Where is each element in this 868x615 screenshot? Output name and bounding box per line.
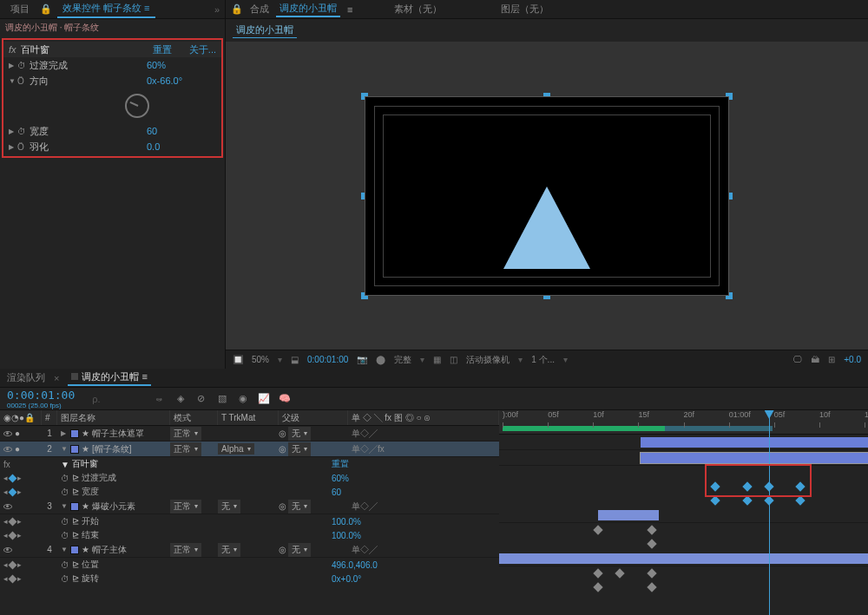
twirl-icon[interactable]: ▶ <box>9 128 17 135</box>
prop-value[interactable]: 0.0 <box>147 141 216 152</box>
timecode-display[interactable]: 0:00:01:00 <box>307 355 348 364</box>
keyframe-icon[interactable] <box>594 582 603 592</box>
fx-badge-icon[interactable]: fx <box>3 460 10 469</box>
time-ruler[interactable]: ):00f05f10f15f20f01:00f05f10f15f <box>499 410 868 435</box>
keyframe-icon[interactable] <box>711 495 720 505</box>
stopwatch-icon[interactable]: ⏱ <box>61 487 69 497</box>
comp-chip[interactable]: 调皮的小丑帽 <box>233 23 297 38</box>
canvas-bounds[interactable] <box>365 96 729 296</box>
effect-controls-tab[interactable]: 效果控件 帽子条纹 ≡ <box>57 0 155 18</box>
solo-icon[interactable]: ● <box>15 444 20 454</box>
stopwatch-icon[interactable]: ⏱ <box>17 61 30 70</box>
timeline-graph[interactable]: ):00f05f10f15f20f01:00f05f10f15f <box>499 410 868 615</box>
timeline-comp-tab[interactable]: 调皮的小丑帽 ≡ <box>68 370 150 386</box>
blend-mode-dropdown[interactable]: 正常▾ <box>170 543 201 557</box>
mode-header[interactable]: 模式 <box>170 410 218 425</box>
parent-dropdown[interactable]: 无▾ <box>288 500 311 514</box>
timeline-icon[interactable]: ⊞ <box>828 355 835 364</box>
keyframe-icon[interactable] <box>796 495 806 505</box>
layer-name[interactable]: 帽子主体遮罩 <box>92 428 144 440</box>
effect-reset[interactable]: 重置 <box>326 458 349 470</box>
twirl-icon[interactable]: ▶ <box>9 62 17 69</box>
layer-row[interactable]: ●1▶★帽子主体遮罩正常▾◎无▾单◇╱ <box>0 426 499 442</box>
twirl-icon[interactable]: ▼ <box>61 445 68 453</box>
snapshot-icon[interactable]: 📷 <box>357 355 367 364</box>
mountain-icon[interactable]: 🏔 <box>811 355 819 364</box>
color-label[interactable] <box>70 429 79 438</box>
frame-blend-icon[interactable]: ▧ <box>215 392 229 406</box>
twirl-icon[interactable]: ▼ <box>61 546 68 553</box>
visibility-icon[interactable] <box>3 547 12 553</box>
twirl-icon[interactable]: ▼ <box>9 77 17 85</box>
layer-row[interactable]: 3▼★爆破小元素正常▾无▾◎无▾单◇╱ <box>0 499 499 514</box>
lock-icon[interactable]: 🔒 <box>40 3 52 15</box>
stopwatch-icon[interactable]: ⏱ <box>17 127 30 136</box>
property-track[interactable] <box>499 537 868 551</box>
current-timecode[interactable]: 0:00:01:00 <box>7 389 75 402</box>
parent-header[interactable]: 父级 <box>279 410 348 425</box>
add-kf-icon[interactable] <box>9 531 17 540</box>
brain-icon[interactable]: 🧠 <box>278 392 292 406</box>
color-label[interactable] <box>70 502 79 511</box>
keyframe-icon[interactable] <box>615 568 624 578</box>
property-value[interactable]: 60% <box>326 474 349 483</box>
twirl-icon[interactable]: ▼ <box>61 502 68 510</box>
pickwhip-icon[interactable]: ◎ <box>279 429 286 438</box>
layer-row[interactable]: 4▼★帽子主体正常▾无▾◎无▾单◇╱ <box>0 542 499 558</box>
add-kf-icon[interactable] <box>9 560 17 569</box>
blend-mode-dropdown[interactable]: 正常▾ <box>170 442 201 456</box>
layer-tab[interactable]: 图层（无） <box>501 3 549 16</box>
layer-name[interactable]: 帽子主体 <box>92 544 127 556</box>
keyframe-icon[interactable] <box>742 481 752 491</box>
trkmat-dropdown[interactable]: 无▾ <box>218 543 240 557</box>
keyframe-icon[interactable] <box>647 525 656 534</box>
comp-tab-active[interactable]: 调皮的小丑帽 <box>276 1 340 17</box>
property-value[interactable]: 60 <box>326 487 341 497</box>
blend-mode-dropdown[interactable]: 正常▾ <box>170 427 201 441</box>
composition-viewer[interactable] <box>226 42 868 350</box>
keyframe-icon[interactable] <box>594 568 603 578</box>
effect-header[interactable]: fx 百叶窗 重置 关于... <box>3 42 221 57</box>
property-track[interactable] <box>499 566 868 580</box>
stopwatch-icon[interactable]: Ö <box>17 76 30 86</box>
layer-effect-header[interactable]: fx▼百叶窗重置 <box>0 457 499 471</box>
view-icon[interactable]: 🖵 <box>793 355 802 364</box>
name-header[interactable]: 图层名称 <box>57 410 170 425</box>
resolution-icon[interactable]: ⬓ <box>291 355 299 364</box>
property-track[interactable] <box>499 480 868 494</box>
color-icon[interactable]: ⬤ <box>376 355 385 364</box>
property-value[interactable]: 100.0% <box>326 517 361 527</box>
keyframe-icon[interactable] <box>594 525 603 534</box>
reset-link[interactable]: 重置 <box>153 43 172 56</box>
property-track[interactable] <box>499 494 868 507</box>
property-value[interactable]: 100.0% <box>326 531 361 540</box>
twirl-icon[interactable]: ▶ <box>9 143 17 151</box>
layer-switches[interactable]: 单◇╱ <box>348 501 499 513</box>
stopwatch-icon[interactable]: ⏱ <box>61 574 69 584</box>
prop-value[interactable]: 0x-66.0° <box>147 75 216 86</box>
keyframe-icon[interactable] <box>711 481 720 491</box>
layer-switches[interactable]: 单◇╱ <box>348 428 499 440</box>
next-kf-icon[interactable]: ▸ <box>17 517 22 526</box>
pickwhip-icon[interactable]: ◎ <box>279 444 286 454</box>
visibility-icon[interactable] <box>3 504 12 509</box>
next-kf-icon[interactable]: ▸ <box>17 487 22 496</box>
keyframe-icon[interactable] <box>742 495 752 505</box>
property-track[interactable] <box>499 580 868 594</box>
panel-menu-icon[interactable]: » <box>214 4 220 15</box>
pickwhip-icon[interactable]: ◎ <box>279 501 286 511</box>
visibility-icon[interactable] <box>3 447 12 452</box>
next-kf-icon[interactable]: ▸ <box>17 474 22 482</box>
layer-switches[interactable]: 单◇╱ <box>348 544 499 556</box>
playhead[interactable] <box>769 410 770 615</box>
search-input[interactable]: ρ. <box>92 394 100 404</box>
parent-dropdown[interactable]: 无▾ <box>288 427 311 441</box>
blend-mode-dropdown[interactable]: 正常▾ <box>170 500 201 514</box>
av-header[interactable]: ◉◔●🔒 <box>0 410 42 425</box>
pickwhip-icon[interactable]: ◎ <box>279 545 286 554</box>
magnify-icon[interactable]: 🔲 <box>233 355 243 364</box>
timeline-layer-bar[interactable] <box>499 551 868 566</box>
grid-icon[interactable]: ▦ <box>433 355 441 364</box>
keyframe-icon[interactable] <box>647 568 656 578</box>
about-link[interactable]: 关于... <box>189 43 216 56</box>
